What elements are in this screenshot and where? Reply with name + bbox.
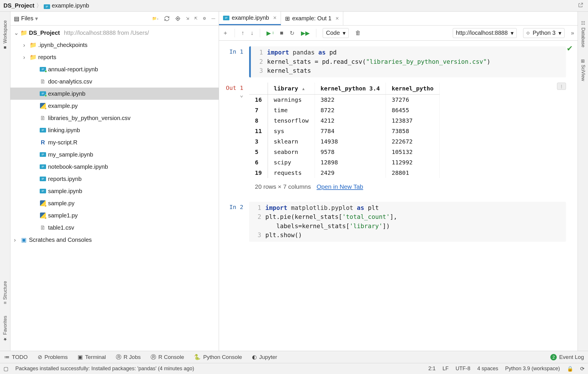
table-row[interactable]: 11sys778473858 <box>249 126 439 136</box>
favorites-tool[interactable]: ★ Favorites <box>2 316 8 342</box>
more-icon[interactable]: » <box>571 30 574 36</box>
tree-file[interactable]: IPsample.ipynb <box>10 185 219 197</box>
table-menu-icon[interactable]: ⋮ <box>557 83 566 90</box>
editor-tab[interactable]: IPexample.ipynb× <box>219 12 281 25</box>
file-tree[interactable]: ⌄📁DS_Projecthttp://localhost:8888 from /… <box>10 26 219 351</box>
code-line[interactable]: 2kernel_stats = pd.read_csv("libraries_b… <box>255 57 562 67</box>
tree-file[interactable]: sample1.py <box>10 209 219 222</box>
code-line[interactable]: 3kernel_stats <box>255 66 562 76</box>
table-row[interactable]: 16warnings382237276 <box>249 94 439 105</box>
tree-file[interactable]: IPreports.ipynb <box>10 173 219 185</box>
tree-file[interactable]: 🗎doc-analytics.csv <box>10 75 219 88</box>
move-up-button[interactable]: ↑ <box>241 30 244 36</box>
code-line[interactable]: 3plt.show() <box>253 231 562 240</box>
status-panel-icon[interactable]: ▢ <box>3 366 8 372</box>
root-path-label: http://localhost:8888 from /Users/ <box>64 30 149 36</box>
problems-tool[interactable]: ⊘ Problems <box>38 354 68 360</box>
editor-tab[interactable]: ⊞example: Out 1× <box>281 12 343 25</box>
tree-file[interactable]: sample.py <box>10 197 219 209</box>
tree-root[interactable]: ⌄📁DS_Projecthttp://localhost:8888 from /… <box>10 27 219 39</box>
close-icon[interactable]: × <box>335 15 339 22</box>
tree-file[interactable]: IPexample.ipynb <box>10 88 219 100</box>
right-tool-gutter: ☷ Database ⊞ SciView <box>578 12 588 351</box>
tree-file[interactable]: IPnotebook-sample.ipynb <box>10 161 219 173</box>
sync-icon[interactable]: ⟳ <box>580 366 585 372</box>
database-tool[interactable]: ☷ Database <box>580 20 586 48</box>
workspace-tool[interactable]: ■ Workspace <box>3 20 8 50</box>
tree-file[interactable]: 🗎libraries_by_python_version.csv <box>10 112 219 124</box>
gear-icon[interactable]: ⚙ <box>203 16 206 21</box>
chevron-right-icon: 〉 <box>36 2 42 10</box>
interpreter[interactable]: Python 3.9 (workspace) <box>505 366 560 372</box>
event-count-badge: 2 <box>550 354 557 360</box>
external-link-icon[interactable] <box>578 2 583 8</box>
new-folder-icon[interactable]: 📁₊ <box>152 16 159 21</box>
output-table[interactable]: library ▴kernel_python 3.4kernel_pytho16… <box>249 83 440 178</box>
encoding[interactable]: UTF-8 <box>456 366 470 372</box>
cell-in-2[interactable]: In 2 1import matplotlib.pyplot as plt2pl… <box>219 202 566 242</box>
restart-button[interactable]: ↻ <box>290 30 295 37</box>
move-down-button[interactable]: ↓ <box>251 30 253 36</box>
cursor-position[interactable]: 2:1 <box>428 366 436 372</box>
expand-icon[interactable]: ⇲ <box>186 16 189 21</box>
crumb-file[interactable]: example.ipynb <box>52 2 89 9</box>
cell-type-dropdown[interactable]: Code ▾ <box>323 28 349 38</box>
tree-file[interactable]: IPmy_sample.ipynb <box>10 148 219 161</box>
code-line[interactable]: 1import matplotlib.pyplot as plt <box>253 204 562 213</box>
hide-icon[interactable]: — <box>211 16 215 21</box>
cell-in-1[interactable]: In 1 1import pandas as pd2kernel_stats =… <box>219 46 566 77</box>
line-ending[interactable]: LF <box>443 366 449 372</box>
python-console-tool[interactable]: 🐍 Python Console <box>194 354 242 360</box>
add-cell-button[interactable]: ＋ <box>222 29 228 37</box>
structure-tool[interactable]: ≡ Structure <box>3 281 8 304</box>
tree-file[interactable]: Rmy-script.R <box>10 136 219 148</box>
sciview-tool[interactable]: ⊞ SciView <box>580 59 586 81</box>
table-header[interactable]: kernel_pytho <box>386 83 440 95</box>
kernel-dropdown[interactable]: ○ Python 3 ▾ <box>523 28 565 38</box>
tree-scratches[interactable]: ›▣Scratches and Consoles <box>10 234 219 246</box>
run-cell-button[interactable]: ▶I <box>266 30 273 37</box>
code-line[interactable]: 1import pandas as pd <box>255 48 562 57</box>
indent[interactable]: 4 spaces <box>477 366 498 372</box>
files-label[interactable]: Files <box>21 15 33 22</box>
table-footer: 20 rows × 7 columns Open in New Tab <box>255 183 566 190</box>
locate-icon[interactable] <box>175 16 181 21</box>
table-row[interactable]: 7time872286455 <box>249 105 439 115</box>
tree-file[interactable]: IPannual-report.ipynb <box>10 63 219 75</box>
table-row[interactable]: 19requests242928801 <box>249 168 439 178</box>
terminal-tool[interactable]: ▣ Terminal <box>78 354 106 360</box>
table-header[interactable]: kernel_python 3.4 <box>315 83 386 95</box>
r-console-tool[interactable]: Ⓡ R Console <box>151 353 184 361</box>
notebook-body[interactable]: ✔ In 1 1import pandas as pd2kernel_stats… <box>219 41 578 351</box>
chevron-down-icon[interactable]: ⌄ <box>240 91 243 98</box>
tree-folder[interactable]: ›📁.ipynb_checkpoints <box>10 39 219 51</box>
server-dropdown[interactable]: http://localhost:8888 ▾ <box>453 28 517 38</box>
open-new-tab-link[interactable]: Open in New Tab <box>317 183 363 190</box>
tree-file[interactable]: IPlinking.ipynb <box>10 124 219 136</box>
delete-cell-button[interactable]: 🗑 <box>355 30 361 36</box>
code-line[interactable]: 2plt.pie(kernel_stats['total_count'], la… <box>253 213 562 231</box>
table-row[interactable]: 5seaborn9578105132 <box>249 147 439 157</box>
refresh-icon[interactable] <box>164 16 170 21</box>
jupyter-tool[interactable]: ◐ Jupyter <box>252 354 277 360</box>
r-jobs-tool[interactable]: Ⓡ R Jobs <box>116 353 141 361</box>
crumb-project[interactable]: DS_Project <box>3 2 34 9</box>
lock-icon[interactable]: 🔒 <box>567 366 573 372</box>
table-row[interactable]: 6scipy12898112992 <box>249 157 439 168</box>
tree-file[interactable]: 🗎table1.csv <box>10 222 219 234</box>
todo-tool[interactable]: ≔ TODO <box>4 354 28 360</box>
table-header[interactable]: library ▴ <box>268 83 315 95</box>
run-all-button[interactable]: ▶▶ <box>301 30 310 37</box>
notebook-toolbar: ＋ ↑ ↓ ▶I ■ ↻ ▶▶ Code ▾ 🗑 http://localhos… <box>219 26 578 41</box>
table-header[interactable] <box>249 83 268 95</box>
stop-button[interactable]: ■ <box>280 30 283 36</box>
tree-file[interactable]: example.py <box>10 100 219 112</box>
event-log-tool[interactable]: 2 Event Log <box>550 354 584 360</box>
tree-folder[interactable]: ›📁reports <box>10 51 219 63</box>
chevron-down-icon[interactable]: ▾ <box>35 15 38 22</box>
out-prompt: Out 1 ⌄ <box>219 83 243 98</box>
table-row[interactable]: 3sklearn14938222672 <box>249 136 439 147</box>
close-icon[interactable]: × <box>273 14 277 21</box>
table-row[interactable]: 8tensorflow4212123837 <box>249 115 439 126</box>
collapse-icon[interactable]: ⇱ <box>194 16 198 21</box>
